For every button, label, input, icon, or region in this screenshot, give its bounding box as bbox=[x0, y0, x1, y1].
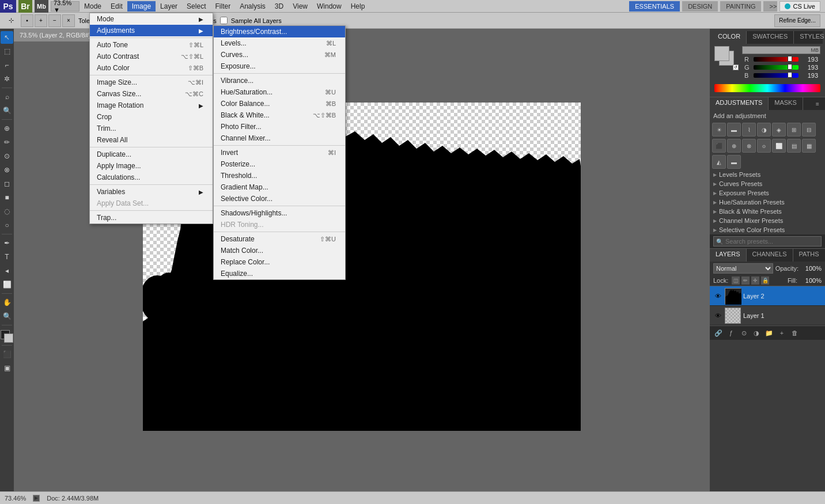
levels-adj-btn[interactable]: ▬ bbox=[727, 123, 741, 137]
menu-help[interactable]: Help bbox=[346, 1, 370, 12]
lock-position-btn[interactable]: ✛ bbox=[751, 276, 759, 285]
zoom-tool[interactable]: 🔍 bbox=[1, 310, 13, 323]
layer-2-item[interactable]: 👁 Layer 2 bbox=[710, 286, 825, 306]
screen-mode-tool[interactable]: ▣ bbox=[1, 362, 13, 374]
layer-style-btn[interactable]: ƒ bbox=[726, 328, 736, 338]
color-balance-adj-btn[interactable]: ⊟ bbox=[802, 123, 816, 137]
posterize-adj-btn[interactable]: ▤ bbox=[787, 139, 801, 153]
duplicate-menu-item[interactable]: Duplicate... bbox=[90, 149, 213, 160]
bw-submenu-item[interactable]: Black & White... ⌥⇧⌘B bbox=[214, 109, 345, 121]
equalize-submenu-item[interactable]: Equalize... bbox=[214, 268, 345, 279]
zoom-dropdown[interactable]: 73.5% ▼ bbox=[51, 1, 80, 12]
lock-transparent-btn[interactable]: ◫ bbox=[732, 276, 740, 285]
link-layers-btn[interactable]: 🔗 bbox=[713, 328, 724, 338]
styles-tab[interactable]: STYLES bbox=[794, 31, 825, 44]
posterize-submenu-item[interactable]: Posterize... bbox=[214, 158, 345, 170]
levels-submenu-item[interactable]: Levels... ⌘L bbox=[214, 37, 345, 49]
menu-mode[interactable]: Mode bbox=[80, 1, 106, 12]
calculations-menu-item[interactable]: Calculations... bbox=[90, 172, 213, 183]
channel-mixer-presets-row[interactable]: ▶ Channel Mixer Presets bbox=[710, 216, 825, 225]
gradient-tool[interactable]: ■ bbox=[1, 191, 13, 204]
bw-adj-btn[interactable]: ⬛ bbox=[712, 139, 726, 153]
brightness-contrast-adj-btn[interactable]: ☀ bbox=[712, 123, 726, 137]
dodge-tool[interactable]: ○ bbox=[1, 219, 13, 232]
crop-menu-item[interactable]: Crop bbox=[90, 111, 213, 123]
swatches-tab[interactable]: SWATCHES bbox=[747, 31, 794, 44]
adj-panel-menu[interactable]: ≡ bbox=[816, 97, 825, 110]
auto-contrast-menu-item[interactable]: Auto Contrast ⌥⇧⌘L bbox=[90, 51, 213, 62]
color-tab[interactable]: COLOR bbox=[712, 31, 747, 44]
bw-presets-row[interactable]: ▶ Black & White Presets bbox=[710, 207, 825, 216]
hue-saturation-presets-row[interactable]: ▶ Hue/Saturation Presets bbox=[710, 198, 825, 207]
blur-tool[interactable]: ◌ bbox=[1, 205, 13, 218]
paths-tab[interactable]: PATHS bbox=[793, 249, 826, 262]
background-color[interactable] bbox=[4, 334, 13, 343]
hue-saturation-submenu-item[interactable]: Hue/Saturation... ⌘U bbox=[214, 86, 345, 98]
layer-2-visibility[interactable]: 👁 bbox=[713, 291, 722, 301]
auto-tone-menu-item[interactable]: Auto Tone ⇧⌘L bbox=[90, 39, 213, 51]
g-slider-handle[interactable] bbox=[788, 64, 792, 70]
menu-filter[interactable]: Filter bbox=[210, 1, 235, 12]
match-color-submenu-item[interactable]: Match Color... bbox=[214, 245, 345, 256]
replace-color-submenu-item[interactable]: Replace Color... bbox=[214, 256, 345, 268]
selective-color-submenu-item[interactable]: Selective Color... bbox=[214, 193, 345, 204]
add-selection-btn[interactable]: + bbox=[35, 14, 47, 27]
exposure-adj-btn[interactable]: ◑ bbox=[757, 123, 771, 137]
channel-mixer-adj-btn[interactable]: ⊗ bbox=[742, 139, 756, 153]
variables-menu-item[interactable]: Variables ▶ bbox=[90, 186, 213, 198]
curves-presets-row[interactable]: ▶ Curves Presets bbox=[710, 179, 825, 188]
shape-tool[interactable]: ⬜ bbox=[1, 278, 13, 291]
cslive-btn[interactable]: CS Live bbox=[779, 1, 820, 12]
exposure-presets-row[interactable]: ▶ Exposure Presets bbox=[710, 188, 825, 198]
menu-window[interactable]: Window bbox=[312, 1, 346, 12]
spot-heal-tool[interactable]: ⊕ bbox=[1, 122, 13, 135]
new-fill-layer-btn[interactable]: ◑ bbox=[751, 328, 762, 338]
painting-btn[interactable]: PAINTING bbox=[720, 1, 761, 12]
vibrance-submenu-item[interactable]: Vibrance... bbox=[214, 75, 345, 86]
g-slider[interactable] bbox=[754, 65, 798, 70]
crop-tool[interactable]: ⌕ bbox=[1, 90, 13, 103]
move-tool[interactable]: ↖ bbox=[1, 31, 13, 44]
trim-menu-item[interactable]: Trim... bbox=[90, 123, 213, 134]
path-select-tool[interactable]: ◂ bbox=[1, 264, 13, 277]
menu-select[interactable]: Select bbox=[182, 1, 210, 12]
image-rotation-menu-item[interactable]: Image Rotation ▶ bbox=[90, 100, 213, 111]
masks-tab[interactable]: MASKS bbox=[769, 97, 803, 110]
canvas-size-menu-item[interactable]: Canvas Size... ⌥⌘C bbox=[90, 88, 213, 100]
color-spectrum[interactable] bbox=[714, 84, 820, 92]
channel-mixer-submenu-item[interactable]: Channel Mixer... bbox=[214, 132, 345, 144]
search-presets-input[interactable] bbox=[725, 238, 819, 245]
brightness-contrast-submenu-item[interactable]: Brightness/Contrast... bbox=[214, 26, 345, 37]
menu-3d[interactable]: 3D bbox=[270, 1, 288, 12]
invert-adj-btn[interactable]: ⬜ bbox=[772, 139, 786, 153]
hue-saturation-adj-btn[interactable]: ⊞ bbox=[787, 123, 801, 137]
color-lookup-adj-btn[interactable]: ⌾ bbox=[757, 139, 771, 153]
foreground-color-swatch[interactable] bbox=[714, 46, 729, 61]
menu-layer[interactable]: Layer bbox=[156, 1, 182, 12]
menu-analysis[interactable]: Analysis bbox=[235, 1, 270, 12]
add-mask-btn[interactable]: ⊙ bbox=[739, 328, 749, 338]
r-slider-handle[interactable] bbox=[788, 56, 792, 62]
history-tool[interactable]: ⊗ bbox=[1, 164, 13, 176]
new-selection-btn[interactable]: ▪ bbox=[21, 14, 33, 27]
curves-adj-btn[interactable]: ⌇ bbox=[742, 123, 756, 137]
image-size-menu-item[interactable]: Image Size... ⌥⌘I bbox=[90, 77, 213, 88]
invert-submenu-item[interactable]: Invert ⌘I bbox=[214, 147, 345, 158]
trap-menu-item[interactable]: Trap... bbox=[90, 212, 213, 223]
threshold-submenu-item[interactable]: Threshold... bbox=[214, 170, 345, 181]
pen-tool[interactable]: ✒ bbox=[1, 237, 13, 249]
new-layer-btn[interactable]: + bbox=[777, 328, 787, 338]
status-arrow-btn[interactable]: ▶ bbox=[33, 495, 40, 502]
delete-layer-btn[interactable]: 🗑 bbox=[789, 328, 800, 338]
more-workspaces-btn[interactable]: >> bbox=[763, 1, 777, 12]
essentials-btn[interactable]: ESSENTIALS bbox=[629, 1, 680, 12]
color-balance-submenu-item[interactable]: Color Balance... ⌘B bbox=[214, 98, 345, 109]
mode-menu-item[interactable]: Mode ▶ bbox=[90, 13, 213, 25]
auto-color-menu-item[interactable]: Auto Color ⇧⌘B bbox=[90, 62, 213, 74]
adjustments-menu-item[interactable]: Adjustments ▶ bbox=[90, 25, 213, 36]
brush-tool[interactable]: ✏ bbox=[1, 136, 13, 149]
intersect-selection-btn[interactable]: × bbox=[62, 14, 75, 27]
subtract-selection-btn[interactable]: − bbox=[48, 14, 61, 27]
menu-view[interactable]: View bbox=[288, 1, 312, 12]
lasso-tool[interactable]: ⌐ bbox=[1, 59, 13, 71]
